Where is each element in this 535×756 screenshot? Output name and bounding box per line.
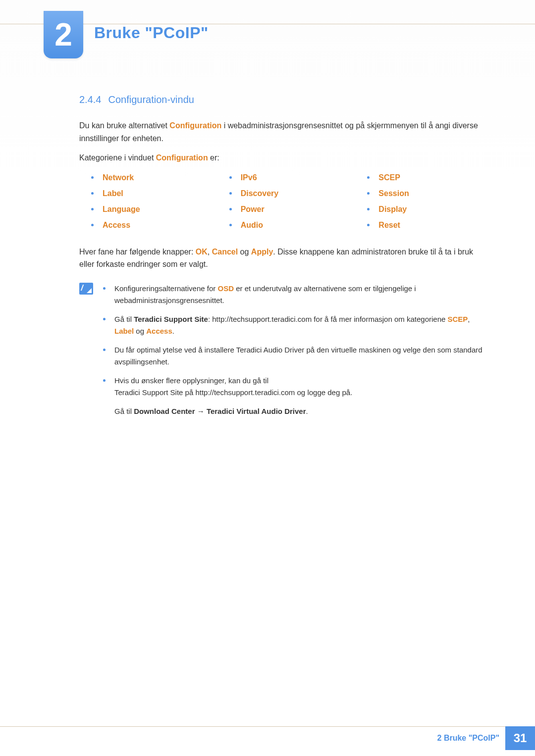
- cat-label: Discovery: [241, 189, 279, 198]
- bullet-icon: [367, 176, 370, 179]
- chapter-title: Bruke "PCoIP": [94, 24, 209, 42]
- tail-b2: Teradici Virtual Audio Driver: [207, 407, 306, 415]
- cat-label: Network: [103, 173, 134, 182]
- bullet-icon: [91, 208, 94, 210]
- n1-kw: OSD: [217, 284, 234, 293]
- btn-sep1: ,: [208, 248, 212, 256]
- bullet-icon: [367, 208, 370, 210]
- btn-ok: OK: [196, 248, 208, 256]
- n2-bold: Teradici Support Site: [134, 315, 208, 323]
- cat-label: Power: [241, 205, 265, 214]
- n2-end: .: [172, 327, 174, 335]
- btn-apply: Apply: [251, 248, 273, 256]
- bullet-icon: [229, 192, 232, 195]
- cat-label: Label: [103, 189, 123, 198]
- bullet-icon: [103, 287, 106, 290]
- n2-k3: Access: [146, 327, 172, 335]
- cat-item: Session: [367, 189, 485, 198]
- bullet-icon: [367, 192, 370, 195]
- cat-label: IPv6: [241, 173, 257, 182]
- cat-item: SCEP: [367, 173, 485, 182]
- cat-label: Audio: [241, 221, 263, 230]
- bullet-icon: [103, 349, 106, 351]
- bullet-icon: [103, 379, 106, 382]
- footer-chapter-label: 2 Bruke "PCoIP": [437, 726, 499, 750]
- n2-k2: Label: [114, 327, 134, 335]
- n2-k1: SCEP: [448, 315, 468, 323]
- section-title: Configuration-vindu: [108, 94, 194, 105]
- section-heading: 2.4.4Configuration-vindu: [79, 94, 485, 105]
- n4-l1: Hvis du ønsker flere opplysninger, kan d…: [114, 376, 268, 385]
- btn-sep2: og: [238, 248, 251, 256]
- arrow-icon: →: [195, 407, 207, 415]
- n2-s1: ,: [468, 315, 470, 323]
- catline-pre: Kategoriene i vinduet: [79, 153, 156, 162]
- categories-grid: Network Label Language Access IPv6 Disco…: [91, 173, 485, 237]
- bullet-icon: [103, 318, 106, 320]
- catline-keyword: Configuration: [156, 153, 208, 162]
- cats-col-3: SCEP Session Display Reset: [367, 173, 485, 237]
- cat-item: Power: [229, 205, 348, 214]
- section-number: 2.4.4: [79, 94, 101, 105]
- cat-label: SCEP: [378, 173, 400, 182]
- n2-post1: : http://techsupport.teradici.com for å …: [208, 315, 448, 323]
- cats-col-1: Network Label Language Access: [91, 173, 210, 237]
- content-area: 2.4.4Configuration-vindu Du kan bruke al…: [79, 94, 485, 417]
- bullet-icon: [229, 208, 232, 210]
- n1-pre: Konfigureringsalternativene for: [114, 284, 217, 293]
- cat-label: Access: [103, 221, 130, 230]
- bullet-icon: [91, 224, 94, 226]
- note-text: Hvis du ønsker flere opplysninger, kan d…: [114, 375, 352, 399]
- note-block: Konfigureringsalternativene for OSD er e…: [79, 283, 485, 417]
- cat-item: Display: [367, 205, 485, 214]
- cat-item: Label: [91, 189, 210, 198]
- footer: 2 Bruke "PCoIP" 31: [0, 726, 535, 756]
- note-text: Du får optimal ytelse ved å installere T…: [114, 344, 485, 368]
- note-text: Gå til Teradici Support Site: http://tec…: [114, 313, 485, 337]
- note-text: Konfigureringsalternativene for OSD er e…: [114, 283, 485, 306]
- note-item: Gå til Teradici Support Site: http://tec…: [103, 313, 485, 337]
- bullet-icon: [91, 176, 94, 179]
- tail-b1: Download Center: [134, 407, 195, 415]
- bullet-icon: [367, 224, 370, 226]
- intro-keyword: Configuration: [169, 121, 221, 130]
- cat-item: Discovery: [229, 189, 348, 198]
- cat-label: Reset: [378, 221, 400, 230]
- chapter-number: 2: [44, 11, 83, 58]
- note-tail: Gå til Download Center → Teradici Virtua…: [114, 405, 485, 417]
- bullet-icon: [229, 224, 232, 226]
- bullet-icon: [229, 176, 232, 179]
- cat-item: IPv6: [229, 173, 348, 182]
- note-item: Hvis du ønsker flere opplysninger, kan d…: [103, 375, 485, 399]
- btn-cancel: Cancel: [212, 248, 238, 256]
- page-number: 31: [505, 726, 535, 750]
- tail-pre: Gå til: [114, 407, 134, 415]
- catline-post: er:: [208, 153, 219, 162]
- cat-item: Network: [91, 173, 210, 182]
- buttons-paragraph: Hver fane har følgende knapper: OK, Canc…: [79, 246, 485, 271]
- cat-label: Language: [103, 205, 140, 214]
- intro-paragraph: Du kan bruke alternativet Configuration …: [79, 119, 485, 145]
- cat-item: Reset: [367, 221, 485, 230]
- n4-l2: Teradici Support Site på http://techsupp…: [114, 388, 352, 397]
- chapter-tab: 2: [44, 11, 83, 58]
- cat-item: Language: [91, 205, 210, 214]
- cats-col-2: IPv6 Discovery Power Audio: [229, 173, 348, 237]
- categories-line: Kategoriene i vinduet Configuration er:: [79, 151, 485, 164]
- note-item: Du får optimal ytelse ved å installere T…: [103, 344, 485, 368]
- tail-end: .: [306, 407, 308, 415]
- btn-pre: Hver fane har følgende knapper:: [79, 248, 196, 256]
- intro-pre: Du kan bruke alternativet: [79, 121, 169, 130]
- note-item: Konfigureringsalternativene for OSD er e…: [103, 283, 485, 306]
- n2-s2: og: [134, 327, 146, 335]
- note-list: Konfigureringsalternativene for OSD er e…: [103, 283, 485, 417]
- cat-item: Access: [91, 221, 210, 230]
- cat-label: Display: [378, 205, 407, 214]
- cat-item: Audio: [229, 221, 348, 230]
- bullet-icon: [91, 192, 94, 195]
- note-icon: [79, 283, 93, 295]
- n2-pre: Gå til: [114, 315, 134, 323]
- cat-label: Session: [378, 189, 409, 198]
